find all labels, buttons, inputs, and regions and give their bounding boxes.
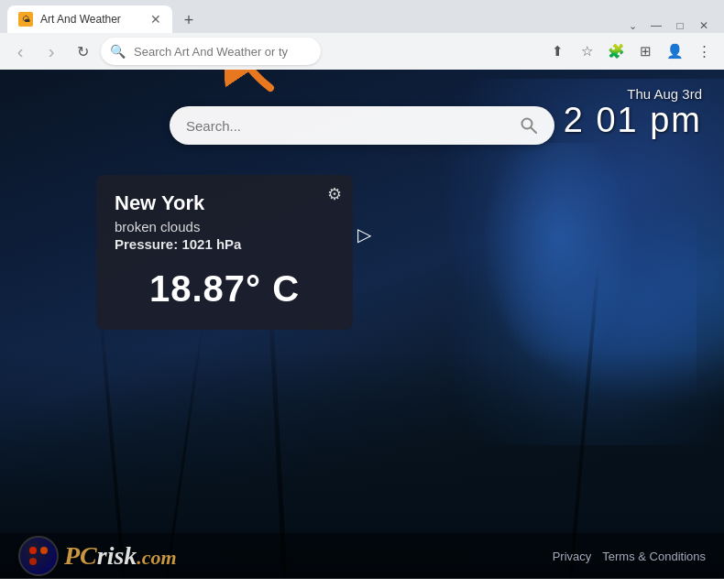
tab-favicon: 🌤 xyxy=(18,12,33,27)
window-controls: ⌄ — □ ✕ xyxy=(625,18,717,33)
close-button[interactable]: ✕ xyxy=(697,18,711,33)
logo-pc: PC xyxy=(64,541,97,571)
orange-arrow xyxy=(225,70,280,93)
title-bar: 🌤 Art And Weather ✕ + ⌄ — □ ✕ xyxy=(0,0,724,33)
search-input[interactable] xyxy=(186,118,514,134)
minimize-button[interactable]: — xyxy=(649,18,664,33)
profile-icon[interactable]: 👤 xyxy=(662,38,687,64)
address-bar-wrap: 🔍 xyxy=(101,38,539,65)
weather-widget: ⚙ New York broken clouds Pressure: 1021 … xyxy=(96,175,353,330)
date-display: Thu Aug 3rd xyxy=(564,86,702,102)
share-icon[interactable]: ⬆ xyxy=(544,38,570,64)
logo-com: .com xyxy=(137,546,176,570)
nav-bar: ‹ › ↻ 🔍 ⬆ ☆ 🧩 ⊞ 👤 ⋮ xyxy=(0,33,724,70)
search-button[interactable] xyxy=(514,111,543,140)
logo-risk: risk xyxy=(97,541,137,571)
nav-right-buttons: ⬆ ☆ 🧩 ⊞ 👤 ⋮ xyxy=(544,38,717,64)
logo-icon xyxy=(18,536,59,576)
weather-city: New York xyxy=(115,191,335,215)
address-bar[interactable] xyxy=(101,38,321,65)
browser-menu-icon[interactable]: ⊞ xyxy=(632,38,658,64)
weather-condition: broken clouds xyxy=(115,219,335,234)
tab-active[interactable]: 🌤 Art And Weather ✕ xyxy=(7,5,172,33)
refresh-button[interactable]: ↻ xyxy=(70,38,95,64)
weather-settings-icon[interactable]: ⚙ xyxy=(327,184,342,204)
privacy-link[interactable]: Privacy xyxy=(553,550,592,563)
time-display: 2 01 pm xyxy=(564,102,702,140)
footer-links: Privacy Terms & Conditions xyxy=(553,550,706,563)
logo-dot-3 xyxy=(29,558,37,565)
extensions-icon[interactable]: 🧩 xyxy=(603,38,629,64)
page-content: Thu Aug 3rd 2 01 pm ⚙ New York broken cl… xyxy=(0,70,724,579)
page-footer: PC risk .com Privacy Terms & Conditions xyxy=(0,533,724,579)
tab-close-icon[interactable]: ✕ xyxy=(150,12,161,27)
search-bar xyxy=(170,106,554,145)
svg-line-2 xyxy=(532,128,537,134)
more-options-icon[interactable]: ⋮ xyxy=(691,38,717,64)
weather-temperature: 18.87° C xyxy=(115,268,335,310)
logo-dot-2 xyxy=(40,547,48,554)
terms-link[interactable]: Terms & Conditions xyxy=(602,550,706,563)
bookmark-icon[interactable]: ☆ xyxy=(574,38,599,64)
tab-title: Art And Weather xyxy=(40,13,143,26)
logo-text: PC risk .com xyxy=(64,541,177,571)
back-button[interactable]: ‹ xyxy=(7,38,33,64)
search-container xyxy=(170,106,554,145)
search-icon: 🔍 xyxy=(110,44,126,59)
weather-pressure: Pressure: 1021 hPa xyxy=(115,236,335,252)
footer-logo: PC risk .com xyxy=(18,536,177,576)
maximize-button[interactable]: □ xyxy=(673,18,687,33)
forward-button[interactable]: › xyxy=(38,38,64,64)
browser-chrome: 🌤 Art And Weather ✕ + ⌄ — □ ✕ ‹ › ↻ 🔍 ⬆ … xyxy=(0,0,724,70)
chevron-down-icon[interactable]: ⌄ xyxy=(625,18,640,33)
datetime-display: Thu Aug 3rd 2 01 pm xyxy=(564,86,702,140)
new-tab-button[interactable]: + xyxy=(176,7,202,33)
logo-dot-1 xyxy=(29,547,37,554)
